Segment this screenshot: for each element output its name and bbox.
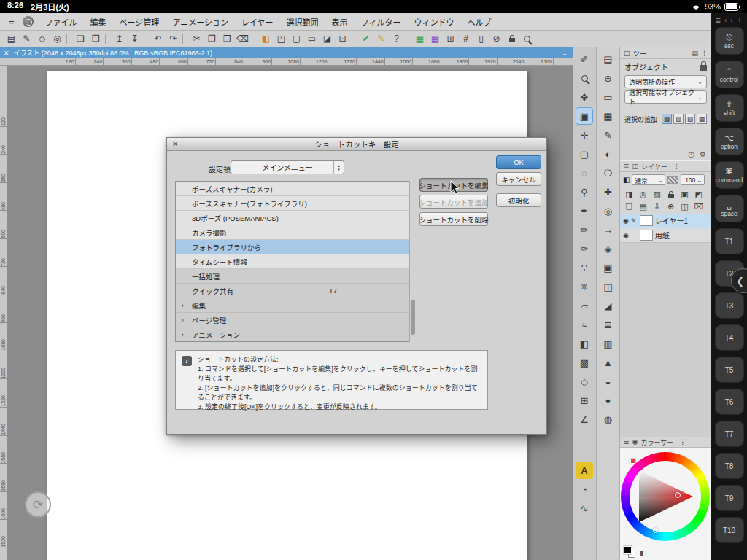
gear-icon[interactable]: ⚙ — [700, 150, 706, 158]
pencil-tool[interactable]: ✏ — [576, 221, 593, 238]
brush-tool[interactable]: ✑ — [576, 240, 593, 257]
key-t9[interactable]: T9 — [715, 485, 744, 511]
subtool-plus-icon[interactable]: ✚ — [600, 183, 617, 201]
command-list-row[interactable]: ポーズスキャナー(カメラ) — [176, 182, 415, 196]
ruler-grid-icon[interactable]: # — [458, 32, 473, 46]
help-icon[interactable]: ? — [389, 32, 404, 46]
document-tab[interactable]: ✕ イラスト (2048 x 2048px 350dpi 86.0% : RGB… — [0, 47, 573, 58]
menu-help[interactable]: ヘルプ — [460, 16, 498, 28]
panel-layout-icon[interactable]: ▯ — [473, 32, 489, 46]
copy-icon[interactable]: ❐ — [204, 32, 220, 46]
annotate-pencil-icon[interactable]: ✎ — [374, 32, 389, 46]
opacity-slider[interactable] — [667, 176, 678, 184]
tab-list-chevron-icon[interactable]: ⌄ — [562, 50, 568, 57]
fill-tool[interactable]: ◧ — [576, 335, 593, 352]
hue-marker[interactable] — [630, 459, 635, 464]
scrollbar-thumb[interactable] — [411, 300, 415, 335]
lock-icon[interactable] — [700, 65, 707, 71]
clip-studio-logo[interactable] — [23, 16, 34, 27]
clipping-icon[interactable]: ◨ — [622, 188, 636, 201]
key-t10[interactable]: T10 — [715, 517, 744, 543]
lock-toolbar-icon[interactable] — [504, 32, 519, 46]
layer-color-icon[interactable]: ◩ — [692, 188, 705, 201]
subtool-screen-icon[interactable]: ▦ — [600, 107, 617, 125]
menu-view[interactable]: 表示 — [325, 16, 355, 28]
edge-prev-icon[interactable]: ‹ — [724, 17, 727, 24]
lock-transparent-icon[interactable]: ▨ — [650, 188, 664, 201]
key-command[interactable]: ⌘ command — [715, 161, 744, 189]
edge-panel-icon[interactable]: ≣ — [716, 17, 721, 24]
command-list-row[interactable]: 3Dポーズ (POSEMANIACS) — [176, 211, 415, 225]
visibility-eye-icon[interactable]: ◉ — [623, 232, 629, 239]
check-icon[interactable]: ✔ — [358, 32, 374, 46]
ruler-tool[interactable]: ∠ — [576, 411, 593, 428]
figure-tool[interactable]: ◇ — [576, 373, 593, 390]
fill-bucket-icon[interactable]: ◧ — [258, 32, 274, 46]
toolbar-separator[interactable] — [182, 34, 187, 44]
key-t8[interactable]: T8 — [715, 453, 744, 479]
subtool-add-icon[interactable]: ⊕ — [600, 69, 617, 87]
transfer-down-icon[interactable]: ⇩ — [650, 201, 664, 213]
selectable-object-dropdown[interactable]: 選択可能なオブジェクト ⌄ — [624, 90, 707, 104]
new-layer-icon[interactable]: ❏ — [622, 201, 636, 213]
tool-property-tab[interactable]: ツー — [633, 48, 647, 58]
setting-area-dropdown[interactable]: メインメニュー ▴▾ — [231, 160, 344, 174]
selection-new-icon[interactable]: ▩ — [662, 114, 672, 124]
key-t6[interactable]: T6 — [715, 389, 744, 415]
mask-enable-icon[interactable]: ▣ — [678, 188, 692, 201]
paste-icon[interactable]: ❒ — [220, 32, 235, 46]
close-tab-icon[interactable]: ✕ — [4, 50, 9, 57]
edge-more-icon[interactable]: ⋮ — [736, 17, 743, 24]
frame-border-tool[interactable]: ⊞ — [576, 392, 593, 409]
edge-next-icon[interactable]: › — [730, 17, 732, 24]
key-esc[interactable]: ⎋ esc — [715, 27, 744, 55]
select-rect-icon[interactable]: ▢ — [289, 32, 304, 46]
airbrush-tool[interactable]: ∵ — [576, 259, 593, 276]
dialog-title-bar[interactable]: ✕ ショートカットキー設定 — [167, 138, 546, 151]
command-list-row[interactable]: › 編集 — [176, 298, 415, 313]
delete-icon[interactable]: ⌫ — [235, 32, 250, 46]
disclosure-arrow-icon[interactable]: › — [182, 302, 184, 309]
toolbar-separator[interactable] — [66, 34, 71, 44]
key-t1[interactable]: T1 — [715, 228, 744, 254]
selection-tool[interactable]: ▢ — [576, 145, 593, 163]
panel-icon[interactable]: ◫ — [624, 50, 630, 57]
subtool-half-icon[interactable]: ◒ — [600, 373, 617, 390]
move-layer-tool[interactable]: ✛ — [576, 126, 593, 144]
invert-selection-icon[interactable]: ◪ — [320, 32, 335, 46]
toolbar-separator[interactable] — [144, 34, 149, 44]
command-list-row[interactable]: › ページ管理 — [176, 313, 415, 327]
selection-add-icon[interactable]: ▧ — [673, 114, 684, 124]
subtool-up-icon[interactable]: ▲ — [600, 354, 617, 371]
more-icon[interactable]: ⋮ — [701, 50, 708, 57]
key-shift[interactable]: ⇧ shift — [715, 94, 744, 122]
delete-shortcut-button[interactable]: ショートカットを削除 — [419, 212, 488, 226]
redo-icon[interactable]: ↷ — [166, 32, 181, 46]
subtool-pen-icon[interactable]: ✎ — [600, 126, 617, 144]
ok-button[interactable]: OK — [496, 155, 541, 169]
panel-icon[interactable]: ◫ — [632, 163, 639, 170]
material-icon[interactable]: ▦ — [427, 32, 443, 46]
selection-multiply-icon[interactable]: ▦ — [697, 114, 707, 124]
slash-icon[interactable]: ⊘ — [489, 32, 504, 46]
more-icon[interactable]: ⋮ — [679, 438, 686, 446]
subtool-box-icon[interactable]: ▣ — [600, 259, 617, 276]
opacity-value[interactable]: 100 ⌄ — [681, 174, 705, 185]
cut-icon[interactable]: ✂ — [189, 32, 204, 46]
key-t3[interactable]: T3 — [715, 292, 744, 319]
grid-icon[interactable]: ▤ — [692, 50, 698, 57]
hamburger-icon[interactable]: ≡ — [6, 16, 18, 27]
menu-filter[interactable]: フィルター — [355, 16, 408, 28]
stepper-icon[interactable]: ▴▾ — [333, 161, 344, 174]
visibility-eye-icon[interactable]: ◉ — [623, 217, 629, 225]
cancel-button[interactable]: キャンセル — [496, 172, 541, 186]
sv-marker[interactable] — [675, 492, 681, 498]
grid-icon[interactable]: ⊞ — [443, 32, 458, 46]
color-wheel[interactable] — [621, 452, 710, 541]
screentone-icon[interactable]: ▦ — [412, 32, 427, 46]
command-list-row[interactable]: クイック共有 T7 — [176, 284, 415, 298]
sv-marker-secondary[interactable] — [653, 528, 658, 533]
eyedropper-tool[interactable]: ⚲ — [576, 183, 593, 201]
subtool-shade-icon[interactable]: ◍ — [600, 411, 617, 428]
delete-layer-icon[interactable]: ⌧ — [692, 201, 705, 213]
